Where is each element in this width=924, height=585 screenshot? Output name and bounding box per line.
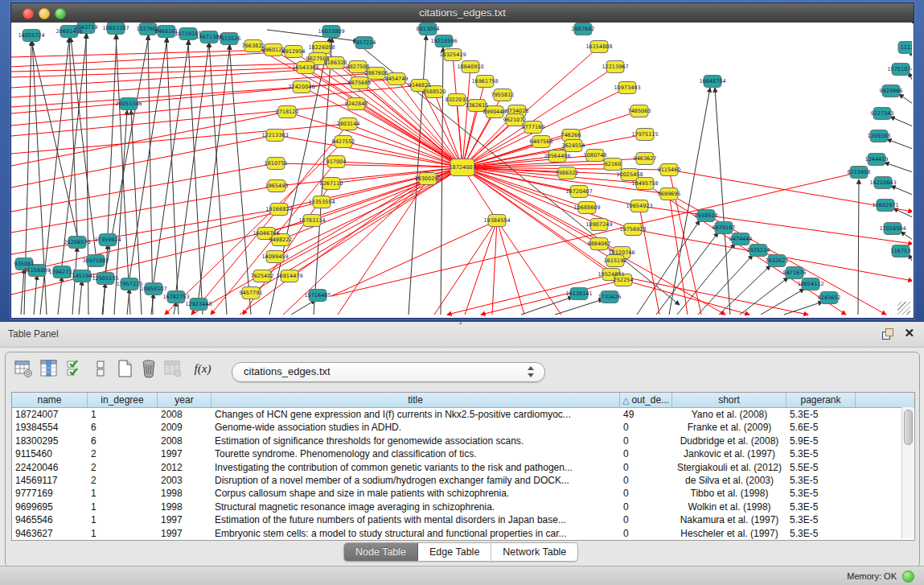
table-cell-out_de[interactable]: 0 (620, 487, 672, 500)
table-cell-in_degree[interactable]: 1 (88, 487, 158, 500)
table-cell-out_de[interactable]: 0 (620, 435, 672, 447)
table-cell-pagerank[interactable]: 5.3E-5 (786, 527, 856, 540)
graph-edge[interactable] (639, 206, 659, 315)
graph-edge[interactable] (890, 117, 912, 126)
table-row[interactable]: 1830029562008Estimation of significance … (12, 435, 900, 447)
graph-edge[interactable] (784, 302, 823, 315)
graph-edge[interactable] (11, 163, 276, 212)
table-cell-title[interactable]: Estimation of the future numbers of pati… (211, 513, 620, 526)
table-cell-short[interactable]: Tibbo et al. (1998) (672, 487, 786, 500)
table-cell-short[interactable]: Nakamura et al. (1997) (672, 513, 786, 526)
table-cell-title[interactable]: Genome-wide association studies in ADHD. (211, 421, 620, 434)
graph-edge[interactable] (887, 139, 912, 149)
table-cell-title[interactable]: Investigating the contribution of common… (211, 461, 620, 474)
column-header-short[interactable]: short (672, 393, 786, 407)
table-scrollbar-thumb[interactable] (904, 410, 913, 445)
graph-edge[interactable] (314, 38, 332, 315)
table-cell-out_de[interactable]: 0 (620, 513, 672, 526)
table-cell-in_degree[interactable]: 2 (88, 447, 158, 460)
table-cell-short[interactable]: Wolkin et al. (1998) (672, 501, 786, 513)
network-canvas[interactable]: 1405572420691406204371910653287152760284… (11, 23, 912, 316)
close-panel-icon[interactable]: ✕ (904, 326, 914, 340)
graph-edge[interactable] (858, 179, 859, 315)
tab-network-table[interactable]: Network Table (491, 543, 577, 561)
graph-edge[interactable] (276, 163, 462, 167)
table-cell-name[interactable]: 18724007 (12, 408, 88, 421)
resize-grip-icon[interactable] (897, 302, 910, 315)
table-cell-short[interactable]: Yano et al. (2008) (672, 408, 786, 421)
table-cell-name[interactable]: 9463627 (12, 527, 88, 540)
minimize-traffic-light-icon[interactable] (39, 8, 50, 19)
table-cell-short[interactable]: Dudbridge et al. (2008) (672, 435, 786, 447)
column-header-name[interactable]: name (12, 393, 88, 407)
network-window-titlebar[interactable]: citations_edges.txt (11, 3, 914, 23)
new-table-icon[interactable] (114, 358, 135, 379)
table-cell-pagerank[interactable]: 5.3E-5 (786, 447, 856, 460)
graph-edge[interactable] (154, 40, 189, 282)
graph-edge[interactable] (492, 220, 497, 315)
column-header-in_degree[interactable]: in_degree (88, 393, 158, 407)
table-cell-year[interactable]: 1997 (158, 527, 211, 540)
column-header-out_de[interactable]: △out_de... (620, 393, 672, 407)
graph-edge[interactable] (306, 68, 462, 167)
graph-edge[interactable] (645, 183, 846, 315)
table-scrollbar[interactable] (901, 407, 914, 538)
graph-edge[interactable] (229, 45, 251, 315)
graph-edge[interactable] (11, 209, 279, 254)
graph-edge[interactable] (11, 51, 294, 67)
table-cell-in_degree[interactable]: 1 (88, 527, 158, 540)
table-cell-year[interactable]: 1997 (158, 447, 211, 460)
table-cell-in_degree[interactable]: 2 (88, 461, 158, 474)
table-cell-in_degree[interactable]: 1 (88, 408, 158, 421)
tab-node-table[interactable]: Node Table (344, 543, 418, 561)
table-cell-out_de[interactable]: 49 (620, 408, 672, 421)
table-row[interactable]: 2242004622012Investigating the contribut… (12, 461, 900, 474)
table-cell-pagerank[interactable]: 5.3E-5 (786, 513, 856, 526)
table-cell-title[interactable]: Embryonic stem cells: a model to study s… (211, 527, 620, 540)
table-cell-name[interactable]: 14569117 (12, 474, 88, 487)
table-cell-in_degree[interactable]: 6 (88, 435, 158, 447)
column-header-pagerank[interactable]: pagerank (786, 393, 856, 407)
table-cell-name[interactable]: 9777169 (12, 487, 88, 500)
column-header-title[interactable]: title (211, 393, 620, 407)
show-columns-icon[interactable] (39, 358, 60, 379)
graph-edge[interactable] (901, 232, 912, 240)
zoom-traffic-light-icon[interactable] (55, 8, 66, 19)
table-cell-year[interactable]: 2012 (158, 461, 211, 474)
table-cell-out_de[interactable]: 0 (620, 421, 672, 434)
table-mode-icon[interactable] (13, 358, 34, 379)
table-cell-name[interactable]: 9465546 (12, 513, 88, 526)
delete-table-icon[interactable] (138, 358, 159, 379)
table-cell-title[interactable]: Disruption of a novel member of a sodium… (211, 474, 620, 487)
table-cell-year[interactable]: 2008 (158, 435, 211, 447)
table-cell-pagerank[interactable]: 5.3E-5 (786, 408, 856, 421)
splitter-handle-icon[interactable]: ▴ (459, 320, 466, 324)
table-cell-title[interactable]: Estimation of significance thresholds fo… (211, 435, 620, 447)
table-cell-short[interactable]: de Silva et al. (2003) (672, 474, 786, 487)
graph-edge[interactable] (669, 88, 710, 315)
table-selector-dropdown[interactable]: citations_edges.txt (232, 362, 545, 382)
table-cell-year[interactable]: 1997 (158, 513, 211, 526)
graph-edge[interactable] (11, 135, 275, 187)
table-cell-pagerank[interactable]: 5.6E-5 (786, 421, 856, 434)
graph-edge[interactable] (465, 220, 497, 315)
graph-edge[interactable] (715, 88, 730, 315)
graph-edge[interactable] (343, 142, 462, 167)
table-cell-title[interactable]: Tourette syndrome. Phenomenology and cla… (211, 447, 620, 460)
table-cell-name[interactable]: 19384554 (12, 421, 88, 434)
graph-edge[interactable] (637, 220, 700, 315)
table-cell-pagerank[interactable]: 5.5E-5 (786, 461, 856, 474)
table-cell-pagerank[interactable]: 5.3E-5 (786, 474, 856, 487)
graph-edge[interactable] (11, 50, 273, 57)
table-cell-year[interactable]: 1998 (158, 501, 211, 513)
table-cell-out_de[interactable]: 0 (620, 474, 672, 487)
graph-edge[interactable] (348, 124, 462, 167)
column-header-year[interactable]: year (158, 393, 211, 407)
graph-edge[interactable] (623, 280, 749, 315)
function-builder-icon[interactable]: f(x) (190, 358, 216, 379)
graph-edge[interactable] (521, 297, 573, 315)
graph-edge[interactable] (497, 220, 524, 315)
table-cell-short[interactable]: Stergiakouli et al. (2012) (672, 461, 786, 474)
tab-edge-table[interactable]: Edge Table (418, 543, 491, 561)
table-cell-title[interactable]: Changes of HCN gene expression and I(f) … (211, 408, 620, 421)
